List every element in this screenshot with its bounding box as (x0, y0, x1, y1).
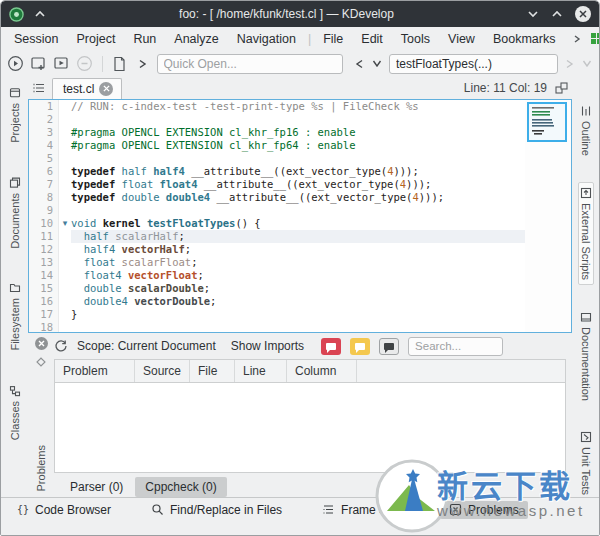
dock-item-label: Documentation (580, 327, 592, 401)
tab-test-cl[interactable]: test.cl (52, 78, 122, 99)
dock-item-label: External Scripts (580, 203, 592, 280)
fold-marker (59, 165, 71, 178)
dock-item-classes[interactable]: Classes (8, 381, 22, 444)
code-text-area[interactable]: // RUN: c-index-test -test-print-type %s… (71, 100, 525, 332)
statusbar-item-code-browser[interactable]: {}Code Browser (7, 501, 120, 519)
minimap-scrollbar[interactable] (525, 100, 571, 332)
column-header-column[interactable]: Column (287, 360, 357, 382)
code-editor[interactable]: 123456789101112131415161718 ▾ // RUN: c-… (28, 99, 572, 333)
previous-symbol-chevron-icon[interactable] (353, 53, 366, 75)
subtab-cppcheck-0[interactable]: Cppcheck (0) (135, 477, 226, 497)
dock-item-outline[interactable]: Outline (579, 101, 593, 160)
code-line-2 (71, 113, 525, 126)
dock-item-label: Unit Tests (580, 447, 592, 495)
area-switcher-grid-icon[interactable] (590, 32, 600, 45)
scope-selector[interactable]: Scope: Current Document (77, 339, 216, 353)
minimap-viewport[interactable] (527, 102, 567, 142)
tab-close-icon[interactable] (99, 82, 113, 96)
stop-button[interactable] (76, 53, 94, 75)
line-number: 9 (29, 204, 53, 217)
menu-item-file[interactable]: File (314, 30, 352, 48)
hints-filter-button[interactable] (379, 338, 399, 355)
menu-item-tools[interactable]: Tools (392, 30, 439, 48)
app-icon[interactable] (9, 7, 24, 22)
statusbar-item-problems[interactable]: Problems (440, 501, 528, 519)
menu-item-edit[interactable]: Edit (352, 30, 392, 48)
dock-item-projects[interactable]: Projects (8, 83, 22, 147)
fold-arrow-icon[interactable]: ▾ (59, 217, 71, 230)
outline-icon (580, 105, 592, 117)
menu-item-navigation[interactable]: Navigation (228, 30, 305, 48)
menu-item-session[interactable]: Session (5, 30, 67, 48)
fold-marker (59, 321, 71, 333)
errors-filter-button[interactable] (321, 338, 341, 355)
line-number: 1 (29, 100, 53, 113)
menu-item-bookmarks[interactable]: Bookmarks (484, 30, 565, 48)
fold-marker (59, 178, 71, 191)
titlebar: foo: - [ /home/kfunk/test.cl ] — KDevelo… (1, 1, 599, 27)
statusbar-item-frame-stack[interactable]: Frame Stack (313, 501, 418, 519)
menu-item-analyze[interactable]: Analyze (165, 30, 227, 48)
problems-panel: Problems Scope: Current Document Show Im… (28, 333, 572, 497)
dock-item-documentation[interactable]: Documentation (579, 307, 593, 405)
frame-stack-icon (322, 503, 335, 516)
warnings-filter-button[interactable] (350, 338, 370, 355)
fold-marker (59, 100, 71, 113)
statusbar-item-label: Frame Stack (341, 503, 409, 517)
dock-item-filesystem[interactable]: Filesystem (8, 278, 22, 355)
dock-item-documents[interactable]: Documents (8, 173, 22, 253)
document-list-icon[interactable] (32, 82, 46, 94)
fold-marker (59, 308, 71, 321)
subtab-parser-0[interactable]: Parser (0) (60, 477, 133, 497)
tab-label: test.cl (63, 82, 94, 96)
column-header-filler (357, 360, 565, 382)
toolbar-overflow-chevron-icon[interactable] (134, 53, 152, 75)
menu-overflow-chevron-icon[interactable] (564, 32, 590, 46)
maximize-icon[interactable] (551, 9, 563, 19)
column-header-problem[interactable]: Problem (55, 360, 135, 382)
code-line-18 (71, 321, 525, 333)
column-header-source[interactable]: Source (135, 360, 190, 382)
symbol-dropdown-chevron-icon[interactable] (371, 53, 384, 75)
cursor-position-status[interactable]: Line: 11 Col: 19 (464, 81, 547, 95)
problems-table-body[interactable] (55, 383, 565, 472)
split-view-icon[interactable] (555, 82, 568, 95)
menu-item-project[interactable]: Project (67, 30, 124, 48)
fold-marker (59, 113, 71, 126)
code-line-13: float scalarFloat; (71, 256, 525, 269)
symbol-dropdown2-chevron-icon[interactable] (581, 53, 593, 75)
code-browser-icon: {} (16, 503, 29, 516)
line-number: 14 (29, 269, 53, 282)
execute-launch-button[interactable] (30, 53, 48, 75)
panel-close-icon[interactable] (34, 336, 49, 351)
next-symbol-chevron-icon[interactable] (563, 53, 576, 75)
fold-marker (59, 230, 71, 243)
working-set-diamond-icon[interactable] (36, 357, 46, 367)
new-document-button[interactable] (111, 53, 129, 75)
statusbar-item-find-replace-in-files[interactable]: Find/Replace in Files (142, 501, 291, 519)
column-header-line[interactable]: Line (235, 360, 287, 382)
execute-button[interactable] (7, 53, 25, 75)
show-imports-toggle[interactable]: Show Imports (231, 339, 304, 353)
refresh-icon[interactable] (54, 339, 68, 353)
fold-marker (59, 243, 71, 256)
line-number: 10 (29, 217, 53, 230)
line-number: 16 (29, 295, 53, 308)
search-icon (151, 503, 164, 516)
classes-icon (9, 385, 21, 397)
menu-item-view[interactable]: View (439, 30, 484, 48)
dock-item-external-scripts[interactable]: External Scripts (578, 182, 594, 285)
quick-open-input[interactable] (157, 54, 343, 74)
kdevelop-window: foo: - [ /home/kfunk/test.cl ] — KDevelo… (0, 0, 600, 536)
column-header-file[interactable]: File (190, 360, 235, 382)
debug-launch-button[interactable] (53, 53, 71, 75)
close-icon[interactable] (575, 6, 591, 22)
symbol-navigation-combo[interactable] (389, 54, 558, 74)
problems-search-input[interactable] (408, 337, 503, 356)
toolbar-separator (102, 56, 103, 72)
menu-item-run[interactable]: Run (124, 30, 165, 48)
code-folding-column[interactable]: ▾ (59, 100, 71, 332)
shade-icon[interactable] (34, 9, 46, 19)
minimize-icon[interactable] (527, 9, 539, 19)
dock-item-unit-tests[interactable]: Unit Tests (579, 427, 593, 499)
